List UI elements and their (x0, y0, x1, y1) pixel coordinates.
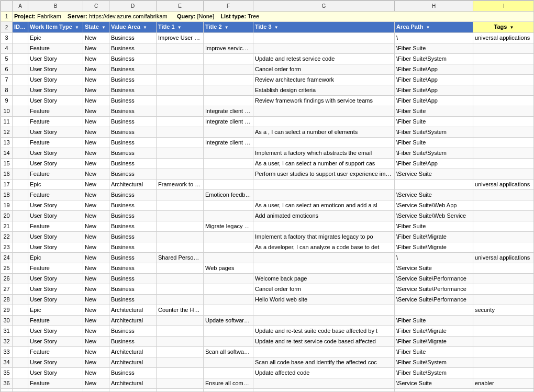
cell-title2[interactable]: Web pages (204, 263, 253, 274)
cell-title1[interactable]: Improve User Experience (157, 33, 204, 43)
cell-title3[interactable]: Update and retest service code (253, 54, 395, 64)
table-row[interactable]: 10 Feature New Business Integrate client… (1, 106, 535, 117)
col-letter-i[interactable]: I (473, 1, 535, 12)
cell-title3[interactable]: As a user, I can select a number of supp… (253, 159, 395, 169)
table-row[interactable]: 11 Feature New Business Integrate client… (1, 117, 535, 127)
cell-title2[interactable]: Migrate legacy code to portable framewor… (204, 221, 253, 232)
table-row[interactable]: 8 User Story New Business Establish desi… (1, 85, 535, 96)
cell-title3[interactable]: Implement a factory that migrates legacy… (253, 232, 395, 242)
cell-title2[interactable]: Update software to resolve the Open SLL … (204, 316, 253, 326)
col-t1-filter[interactable]: ▼ (177, 25, 182, 30)
cell-title2[interactable]: Integrate client app with IM clients (204, 106, 253, 117)
col-header-tags[interactable]: Tags ▼ (473, 22, 535, 33)
col-letter-h[interactable]: H (395, 1, 473, 12)
table-row[interactable]: 9 User Story New Business Review framewo… (1, 96, 535, 106)
col-state-filter[interactable]: ▼ (102, 25, 106, 30)
cell-title3[interactable]: Cancel order form (253, 64, 395, 75)
table-row[interactable]: 34 User Story New Architectural Scan all… (1, 357, 535, 368)
table-row[interactable]: 15 User Story New Business As a user, I … (1, 159, 535, 169)
col-header-area-path[interactable]: Area Path ▼ (395, 22, 473, 33)
cell-area-path: \ (395, 33, 473, 43)
table-row[interactable]: 23 User Story New Business As a develope… (1, 242, 535, 253)
table-row[interactable]: 36 Feature New Architectural Ensure all … (1, 378, 535, 389)
col-letter-f[interactable]: F (204, 1, 253, 12)
table-row[interactable]: 4 Feature New Business Improve service o… (1, 43, 535, 54)
cell-title3[interactable]: As a user, I can select an emoticon and … (253, 200, 395, 211)
col-header-id[interactable]: ID ▼ (13, 22, 28, 33)
cell-value-area: Business (109, 200, 157, 211)
table-row[interactable]: 25 Feature New Business Web pages \Servi… (1, 263, 535, 274)
cell-title1[interactable]: Counter the Heartbleed web security bug (157, 305, 204, 316)
col-t3-filter[interactable]: ▼ (274, 25, 279, 30)
col-letter-d[interactable]: D (109, 1, 157, 12)
cell-title3[interactable]: Cancel order form (253, 284, 395, 295)
table-row[interactable]: 14 User Story New Business Implement a f… (1, 148, 535, 159)
cell-title3[interactable]: Implement a factory which abstracts the … (253, 148, 395, 159)
row-num: 20 (1, 211, 13, 221)
col-wit-filter[interactable]: ▼ (75, 25, 79, 30)
col-header-title1[interactable]: Title 1 ▼ (157, 22, 204, 33)
table-row[interactable]: 31 User Story New Business Update and re… (1, 326, 535, 337)
table-row[interactable]: 28 User Story New Business Hello World w… (1, 295, 535, 305)
col-header-state[interactable]: State ▼ (83, 22, 109, 33)
cell-title2[interactable]: Scan all software for the Open SLL crypt… (204, 347, 253, 357)
table-row[interactable]: 35 User Story New Business Update affect… (1, 368, 535, 378)
col-header-title3[interactable]: Title 3 ▼ (253, 22, 395, 33)
cell-title2[interactable]: Ensure all compliance requirements are m… (204, 378, 253, 389)
cell-title3[interactable]: Scan all code base and identify the affe… (253, 357, 395, 368)
table-row[interactable]: 32 User Story New Business Update and re… (1, 337, 535, 347)
cell-title3[interactable]: Welcome back page (253, 274, 395, 284)
table-row[interactable]: 16 Feature New Business Perform user stu… (1, 169, 535, 180)
cell-title3[interactable]: Hello World web site (253, 295, 395, 305)
cell-title3[interactable]: Add animated emoticons (253, 211, 395, 221)
col-ap-filter[interactable]: ▼ (426, 25, 430, 30)
table-row[interactable]: 5 User Story New Business Update and ret… (1, 54, 535, 64)
table-row[interactable]: 24 Epic New Business Shared Personalizat… (1, 253, 535, 263)
col-letter-g[interactable]: G (253, 1, 395, 12)
table-row[interactable]: 21 Feature New Business Migrate legacy c… (1, 221, 535, 232)
cell-title1[interactable]: Shared Personalization and State (157, 253, 204, 263)
col-tags-filter[interactable]: ▼ (510, 25, 514, 30)
cell-title3[interactable]: Update and re-test suite code base affec… (253, 326, 395, 337)
cell-title1[interactable]: Service interfaces to support REST API (157, 389, 204, 393)
table-row[interactable]: 19 User Story New Business As a user, I … (1, 200, 535, 211)
cell-title2[interactable]: Integrate client application (204, 117, 253, 127)
cell-title3[interactable]: Review framework findings with service t… (253, 96, 395, 106)
table-row[interactable]: 27 User Story New Business Cancel order … (1, 284, 535, 295)
table-row[interactable]: 12 User Story New Business As a , I can … (1, 127, 535, 138)
cell-title3[interactable]: Update affected code (253, 368, 395, 378)
cell-title2[interactable]: Emoticon feedback enabled in client appl… (204, 190, 253, 200)
col-va-filter[interactable]: ▼ (143, 25, 147, 30)
table-row[interactable]: 30 Feature New Architectural Update soft… (1, 316, 535, 326)
cell-title3[interactable]: Update and re-test service code based af… (253, 337, 395, 347)
col-letter-a[interactable]: A (13, 1, 28, 12)
col-letter-b[interactable]: B (28, 1, 83, 12)
col-t2-filter[interactable]: ▼ (225, 25, 229, 30)
cell-id (13, 96, 28, 106)
table-row[interactable]: 33 Feature New Architectural Scan all so… (1, 347, 535, 357)
col-header-work-item-type[interactable]: Work Item Type ▼ (28, 22, 83, 33)
col-header-value-area[interactable]: Value Area ▼ (109, 22, 157, 33)
table-row[interactable]: 18 Feature New Business Emoticon feedbac… (1, 190, 535, 200)
table-row[interactable]: 6 User Story New Business Cancel order f… (1, 64, 535, 75)
table-row[interactable]: 3 Epic New Business Improve User Experie… (1, 33, 535, 43)
cell-title3[interactable]: As a , I can select a number of elements (253, 127, 395, 138)
cell-title3[interactable]: As a developer, I can analyze a code bas… (253, 242, 395, 253)
cell-title3[interactable]: Review architecture framework (253, 75, 395, 85)
table-row[interactable]: 22 User Story New Business Implement a f… (1, 232, 535, 242)
table-row[interactable]: 29 Epic New Architectural Counter the He… (1, 305, 535, 316)
cell-area-path: \Fiber Suite\System (395, 127, 473, 138)
cell-title1[interactable]: Framework to port applications to all de… (157, 180, 204, 190)
table-row[interactable]: 13 Feature New Business Integrate client… (1, 138, 535, 148)
table-row[interactable]: 7 User Story New Business Review archite… (1, 75, 535, 85)
col-letter-c[interactable]: C (83, 1, 109, 12)
col-header-title2[interactable]: Title 2 ▼ (204, 22, 253, 33)
cell-title2[interactable]: Integrate client application with popula… (204, 138, 253, 148)
cell-title2[interactable]: Improve service operations (204, 43, 253, 54)
table-row[interactable]: 17 Epic New Architectural Framework to p… (1, 180, 535, 190)
cell-title3[interactable]: Establish design criteria (253, 85, 395, 96)
table-row[interactable]: 20 User Story New Business Add animated … (1, 211, 535, 221)
table-row[interactable]: 26 User Story New Business Welcome back … (1, 274, 535, 284)
col-letter-e[interactable]: E (157, 1, 204, 12)
table-row[interactable]: 37 Epic New Business Service interfaces … (1, 389, 535, 393)
